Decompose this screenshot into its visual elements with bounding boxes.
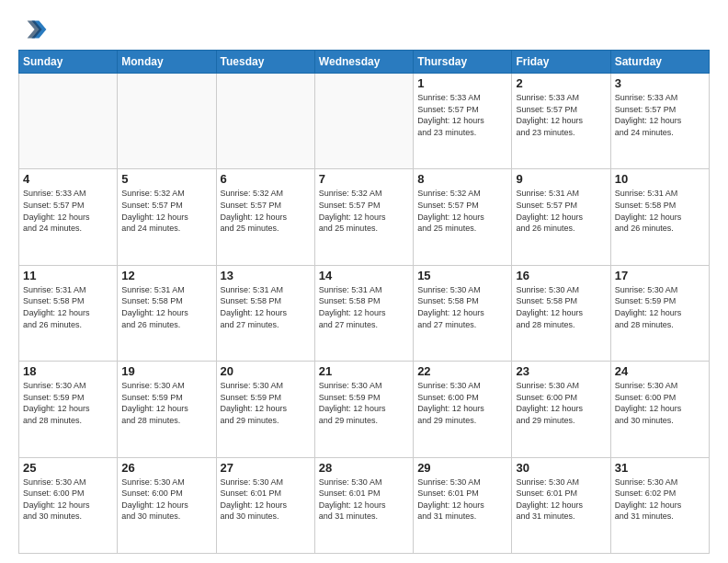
day-number: 3 bbox=[615, 76, 705, 90]
calendar-day-header: Tuesday bbox=[216, 51, 314, 74]
calendar-week-row: 11Sunrise: 5:31 AM Sunset: 5:58 PM Dayli… bbox=[19, 265, 710, 361]
day-info: Sunrise: 5:30 AM Sunset: 5:59 PM Dayligh… bbox=[23, 380, 113, 426]
day-info: Sunrise: 5:30 AM Sunset: 5:59 PM Dayligh… bbox=[615, 284, 705, 330]
calendar-day-cell: 28Sunrise: 5:30 AM Sunset: 6:01 PM Dayli… bbox=[314, 457, 413, 553]
calendar-week-row: 1Sunrise: 5:33 AM Sunset: 5:57 PM Daylig… bbox=[19, 74, 710, 169]
calendar-day-cell: 2Sunrise: 5:33 AM Sunset: 5:57 PM Daylig… bbox=[512, 74, 610, 169]
calendar-week-row: 18Sunrise: 5:30 AM Sunset: 5:59 PM Dayli… bbox=[19, 362, 710, 457]
day-number: 13 bbox=[221, 269, 311, 282]
calendar-day-cell: 31Sunrise: 5:30 AM Sunset: 6:02 PM Dayli… bbox=[610, 457, 709, 553]
calendar-day-cell: 12Sunrise: 5:31 AM Sunset: 5:58 PM Dayli… bbox=[118, 265, 216, 361]
calendar-day-cell bbox=[216, 74, 314, 169]
calendar-day-cell bbox=[118, 74, 216, 169]
day-number: 28 bbox=[319, 461, 409, 475]
day-number: 20 bbox=[221, 364, 311, 378]
day-info: Sunrise: 5:30 AM Sunset: 6:01 PM Dayligh… bbox=[221, 477, 311, 523]
calendar-day-cell: 5Sunrise: 5:32 AM Sunset: 5:57 PM Daylig… bbox=[118, 169, 216, 265]
day-number: 22 bbox=[417, 364, 507, 378]
calendar-day-cell: 1Sunrise: 5:33 AM Sunset: 5:57 PM Daylig… bbox=[414, 74, 512, 169]
calendar-day-cell bbox=[19, 74, 118, 169]
day-info: Sunrise: 5:30 AM Sunset: 6:01 PM Dayligh… bbox=[417, 477, 507, 523]
calendar-header-row: SundayMondayTuesdayWednesdayThursdayFrid… bbox=[19, 51, 710, 74]
calendar-day-cell: 6Sunrise: 5:32 AM Sunset: 5:57 PM Daylig… bbox=[216, 169, 314, 265]
day-info: Sunrise: 5:32 AM Sunset: 5:57 PM Dayligh… bbox=[121, 188, 211, 234]
day-number: 1 bbox=[417, 76, 507, 90]
day-info: Sunrise: 5:33 AM Sunset: 5:57 PM Dayligh… bbox=[516, 92, 606, 138]
day-number: 8 bbox=[417, 172, 507, 186]
day-number: 17 bbox=[615, 269, 705, 282]
calendar-day-header: Sunday bbox=[19, 51, 118, 74]
calendar-day-header: Saturday bbox=[610, 51, 709, 74]
day-number: 24 bbox=[615, 364, 705, 378]
day-info: Sunrise: 5:30 AM Sunset: 6:02 PM Dayligh… bbox=[615, 477, 705, 523]
header bbox=[18, 15, 710, 44]
day-number: 27 bbox=[221, 461, 311, 475]
calendar-day-cell: 26Sunrise: 5:30 AM Sunset: 6:00 PM Dayli… bbox=[118, 457, 216, 553]
calendar-day-cell: 23Sunrise: 5:30 AM Sunset: 6:00 PM Dayli… bbox=[512, 362, 610, 457]
calendar-day-cell: 16Sunrise: 5:30 AM Sunset: 5:58 PM Dayli… bbox=[512, 265, 610, 361]
calendar-day-cell: 11Sunrise: 5:31 AM Sunset: 5:58 PM Dayli… bbox=[19, 265, 118, 361]
day-info: Sunrise: 5:31 AM Sunset: 5:58 PM Dayligh… bbox=[121, 284, 211, 330]
day-number: 19 bbox=[121, 364, 211, 378]
calendar-week-row: 25Sunrise: 5:30 AM Sunset: 6:00 PM Dayli… bbox=[19, 457, 710, 553]
calendar-table: SundayMondayTuesdayWednesdayThursdayFrid… bbox=[18, 50, 710, 554]
day-info: Sunrise: 5:33 AM Sunset: 5:57 PM Dayligh… bbox=[615, 92, 705, 138]
day-info: Sunrise: 5:31 AM Sunset: 5:58 PM Dayligh… bbox=[221, 284, 311, 330]
calendar-day-cell: 13Sunrise: 5:31 AM Sunset: 5:58 PM Dayli… bbox=[216, 265, 314, 361]
day-number: 25 bbox=[23, 461, 113, 475]
day-number: 30 bbox=[516, 461, 606, 475]
calendar-day-cell: 7Sunrise: 5:32 AM Sunset: 5:57 PM Daylig… bbox=[314, 169, 413, 265]
day-info: Sunrise: 5:33 AM Sunset: 5:57 PM Dayligh… bbox=[23, 188, 113, 234]
day-number: 15 bbox=[417, 269, 507, 282]
calendar-day-header: Friday bbox=[512, 51, 610, 74]
calendar-day-header: Wednesday bbox=[314, 51, 413, 74]
page: SundayMondayTuesdayWednesdayThursdayFrid… bbox=[0, 0, 728, 563]
calendar-day-cell: 15Sunrise: 5:30 AM Sunset: 5:58 PM Dayli… bbox=[414, 265, 512, 361]
day-number: 10 bbox=[615, 172, 705, 186]
day-info: Sunrise: 5:30 AM Sunset: 5:59 PM Dayligh… bbox=[121, 380, 211, 426]
day-number: 31 bbox=[615, 461, 705, 475]
day-info: Sunrise: 5:30 AM Sunset: 6:00 PM Dayligh… bbox=[417, 380, 507, 426]
calendar-day-cell: 19Sunrise: 5:30 AM Sunset: 5:59 PM Dayli… bbox=[118, 362, 216, 457]
day-info: Sunrise: 5:30 AM Sunset: 6:00 PM Dayligh… bbox=[516, 380, 606, 426]
calendar-day-cell: 30Sunrise: 5:30 AM Sunset: 6:01 PM Dayli… bbox=[512, 457, 610, 553]
day-info: Sunrise: 5:30 AM Sunset: 6:01 PM Dayligh… bbox=[516, 477, 606, 523]
day-number: 9 bbox=[516, 172, 606, 186]
calendar-day-cell: 8Sunrise: 5:32 AM Sunset: 5:57 PM Daylig… bbox=[414, 169, 512, 265]
calendar-day-cell: 4Sunrise: 5:33 AM Sunset: 5:57 PM Daylig… bbox=[19, 169, 118, 265]
logo bbox=[18, 15, 53, 44]
day-info: Sunrise: 5:30 AM Sunset: 6:00 PM Dayligh… bbox=[23, 477, 113, 523]
calendar-day-cell: 22Sunrise: 5:30 AM Sunset: 6:00 PM Dayli… bbox=[414, 362, 512, 457]
calendar-day-cell: 17Sunrise: 5:30 AM Sunset: 5:59 PM Dayli… bbox=[610, 265, 709, 361]
day-number: 11 bbox=[23, 269, 113, 282]
day-number: 2 bbox=[516, 76, 606, 90]
day-number: 21 bbox=[319, 364, 409, 378]
day-number: 16 bbox=[516, 269, 606, 282]
calendar-day-cell: 10Sunrise: 5:31 AM Sunset: 5:58 PM Dayli… bbox=[610, 169, 709, 265]
logo-icon bbox=[18, 15, 48, 44]
day-number: 14 bbox=[319, 269, 409, 282]
day-info: Sunrise: 5:30 AM Sunset: 6:00 PM Dayligh… bbox=[121, 477, 211, 523]
day-number: 7 bbox=[319, 172, 409, 186]
day-info: Sunrise: 5:32 AM Sunset: 5:57 PM Dayligh… bbox=[417, 188, 507, 234]
day-info: Sunrise: 5:30 AM Sunset: 5:59 PM Dayligh… bbox=[221, 380, 311, 426]
calendar-day-cell bbox=[314, 74, 413, 169]
day-info: Sunrise: 5:32 AM Sunset: 5:57 PM Dayligh… bbox=[319, 188, 409, 234]
calendar-day-cell: 24Sunrise: 5:30 AM Sunset: 6:00 PM Dayli… bbox=[610, 362, 709, 457]
day-number: 5 bbox=[121, 172, 211, 186]
day-info: Sunrise: 5:33 AM Sunset: 5:57 PM Dayligh… bbox=[417, 92, 507, 138]
calendar-day-header: Monday bbox=[118, 51, 216, 74]
day-number: 18 bbox=[23, 364, 113, 378]
day-info: Sunrise: 5:31 AM Sunset: 5:57 PM Dayligh… bbox=[516, 188, 606, 234]
day-number: 29 bbox=[417, 461, 507, 475]
day-info: Sunrise: 5:30 AM Sunset: 5:58 PM Dayligh… bbox=[417, 284, 507, 330]
day-info: Sunrise: 5:31 AM Sunset: 5:58 PM Dayligh… bbox=[319, 284, 409, 330]
day-info: Sunrise: 5:30 AM Sunset: 6:01 PM Dayligh… bbox=[319, 477, 409, 523]
day-info: Sunrise: 5:31 AM Sunset: 5:58 PM Dayligh… bbox=[615, 188, 705, 234]
calendar-week-row: 4Sunrise: 5:33 AM Sunset: 5:57 PM Daylig… bbox=[19, 169, 710, 265]
day-info: Sunrise: 5:30 AM Sunset: 6:00 PM Dayligh… bbox=[615, 380, 705, 426]
calendar-day-cell: 3Sunrise: 5:33 AM Sunset: 5:57 PM Daylig… bbox=[610, 74, 709, 169]
day-number: 23 bbox=[516, 364, 606, 378]
day-number: 6 bbox=[221, 172, 311, 186]
calendar-day-cell: 14Sunrise: 5:31 AM Sunset: 5:58 PM Dayli… bbox=[314, 265, 413, 361]
